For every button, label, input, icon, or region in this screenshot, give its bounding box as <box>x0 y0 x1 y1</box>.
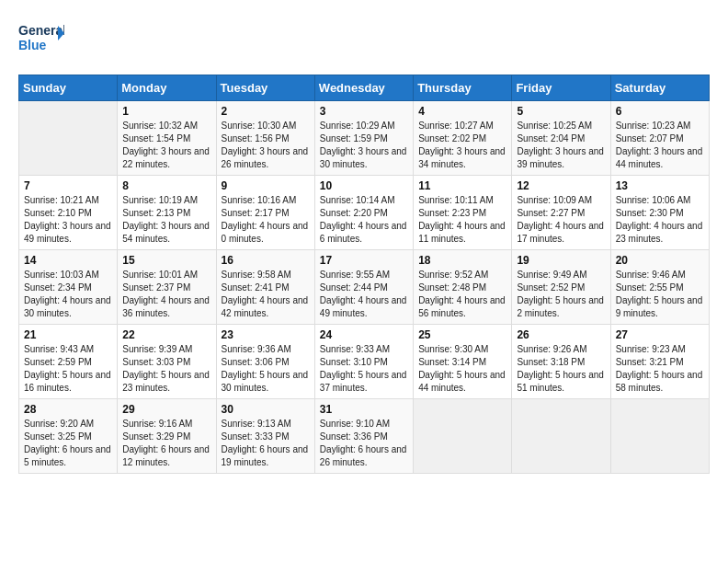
day-info: Sunrise: 9:16 AM Sunset: 3:29 PM Dayligh… <box>122 418 210 469</box>
calendar-cell: 7 Sunrise: 10:21 AM Sunset: 2:10 PM Dayl… <box>19 176 118 250</box>
day-number: 17 <box>320 254 408 267</box>
day-number: 19 <box>517 254 605 267</box>
day-info: Sunrise: 9:52 AM Sunset: 2:48 PM Dayligh… <box>418 269 506 320</box>
calendar-cell: 4 Sunrise: 10:27 AM Sunset: 2:02 PM Dayl… <box>414 101 512 176</box>
day-number: 28 <box>24 403 112 416</box>
calendar-cell: 19 Sunrise: 9:49 AM Sunset: 2:52 PM Dayl… <box>512 250 610 325</box>
weekday-header: Wednesday <box>314 75 413 101</box>
calendar-week-row: 1 Sunrise: 10:32 AM Sunset: 1:54 PM Dayl… <box>19 101 710 176</box>
day-info: Sunrise: 10:23 AM Sunset: 2:07 PM Daylig… <box>616 120 704 171</box>
calendar-cell: 23 Sunrise: 9:36 AM Sunset: 3:06 PM Dayl… <box>216 325 314 399</box>
calendar-cell: 13 Sunrise: 10:06 AM Sunset: 2:30 PM Day… <box>610 176 709 250</box>
calendar-week-row: 7 Sunrise: 10:21 AM Sunset: 2:10 PM Dayl… <box>19 176 710 250</box>
day-number: 21 <box>24 328 112 341</box>
day-info: Sunrise: 10:32 AM Sunset: 1:54 PM Daylig… <box>122 120 210 171</box>
calendar-cell: 25 Sunrise: 9:30 AM Sunset: 3:14 PM Dayl… <box>414 325 512 399</box>
calendar-cell: 12 Sunrise: 10:09 AM Sunset: 2:27 PM Day… <box>512 176 610 250</box>
day-info: Sunrise: 9:13 AM Sunset: 3:33 PM Dayligh… <box>222 418 310 469</box>
weekday-header: Friday <box>512 75 610 101</box>
calendar-cell: 26 Sunrise: 9:26 AM Sunset: 3:18 PM Dayl… <box>512 325 610 399</box>
calendar-cell <box>19 101 118 176</box>
calendar-cell: 1 Sunrise: 10:32 AM Sunset: 1:54 PM Dayl… <box>118 101 216 176</box>
calendar-cell: 14 Sunrise: 10:03 AM Sunset: 2:34 PM Day… <box>19 250 118 325</box>
calendar-cell: 9 Sunrise: 10:16 AM Sunset: 2:17 PM Dayl… <box>216 176 314 250</box>
day-number: 6 <box>616 105 704 118</box>
calendar-cell: 18 Sunrise: 9:52 AM Sunset: 2:48 PM Dayl… <box>414 250 512 325</box>
svg-text:General: General <box>18 23 64 38</box>
weekday-header: Sunday <box>19 75 118 101</box>
day-number: 31 <box>320 403 408 416</box>
calendar-cell: 29 Sunrise: 9:16 AM Sunset: 3:29 PM Dayl… <box>118 399 216 474</box>
day-number: 24 <box>320 328 408 341</box>
calendar-week-row: 14 Sunrise: 10:03 AM Sunset: 2:34 PM Day… <box>19 250 710 325</box>
day-number: 20 <box>616 254 704 267</box>
calendar-cell: 17 Sunrise: 9:55 AM Sunset: 2:44 PM Dayl… <box>314 250 413 325</box>
svg-text:Blue: Blue <box>18 38 47 52</box>
day-info: Sunrise: 9:46 AM Sunset: 2:55 PM Dayligh… <box>616 269 704 320</box>
calendar-cell: 10 Sunrise: 10:14 AM Sunset: 2:20 PM Day… <box>314 176 413 250</box>
calendar-cell <box>512 399 610 474</box>
day-number: 10 <box>320 179 408 192</box>
day-number: 12 <box>517 179 605 192</box>
logo-graphic: General Blue <box>18 18 64 60</box>
logo-svg: General Blue <box>18 18 64 60</box>
calendar-cell: 3 Sunrise: 10:29 AM Sunset: 1:59 PM Dayl… <box>314 101 413 176</box>
day-info: Sunrise: 9:10 AM Sunset: 3:36 PM Dayligh… <box>320 418 408 469</box>
day-number: 2 <box>222 105 310 118</box>
day-info: Sunrise: 9:55 AM Sunset: 2:44 PM Dayligh… <box>320 269 408 320</box>
day-number: 11 <box>418 179 506 192</box>
day-info: Sunrise: 9:33 AM Sunset: 3:10 PM Dayligh… <box>320 343 408 395</box>
calendar-header: SundayMondayTuesdayWednesdayThursdayFrid… <box>19 75 710 101</box>
calendar-cell: 30 Sunrise: 9:13 AM Sunset: 3:33 PM Dayl… <box>216 399 314 474</box>
day-number: 7 <box>24 179 112 192</box>
day-number: 14 <box>24 254 112 267</box>
weekday-header: Tuesday <box>216 75 314 101</box>
day-info: Sunrise: 9:23 AM Sunset: 3:21 PM Dayligh… <box>616 343 704 395</box>
day-number: 5 <box>517 105 605 118</box>
day-info: Sunrise: 10:09 AM Sunset: 2:27 PM Daylig… <box>517 194 605 246</box>
day-number: 29 <box>122 403 210 416</box>
calendar-cell: 6 Sunrise: 10:23 AM Sunset: 2:07 PM Dayl… <box>610 101 709 176</box>
calendar-cell: 11 Sunrise: 10:11 AM Sunset: 2:23 PM Day… <box>414 176 512 250</box>
weekday-row: SundayMondayTuesdayWednesdayThursdayFrid… <box>19 75 710 101</box>
day-info: Sunrise: 9:58 AM Sunset: 2:41 PM Dayligh… <box>222 269 310 320</box>
calendar-table: SundayMondayTuesdayWednesdayThursdayFrid… <box>18 75 710 474</box>
day-number: 3 <box>320 105 408 118</box>
weekday-header: Monday <box>118 75 216 101</box>
weekday-header: Thursday <box>414 75 512 101</box>
calendar-cell <box>610 399 709 474</box>
day-info: Sunrise: 9:26 AM Sunset: 3:18 PM Dayligh… <box>517 343 605 395</box>
day-info: Sunrise: 9:30 AM Sunset: 3:14 PM Dayligh… <box>418 343 506 395</box>
day-info: Sunrise: 10:27 AM Sunset: 2:02 PM Daylig… <box>418 120 506 171</box>
day-number: 1 <box>122 105 210 118</box>
day-number: 8 <box>122 179 210 192</box>
day-info: Sunrise: 9:39 AM Sunset: 3:03 PM Dayligh… <box>122 343 210 395</box>
day-info: Sunrise: 9:36 AM Sunset: 3:06 PM Dayligh… <box>222 343 310 395</box>
calendar-cell: 15 Sunrise: 10:01 AM Sunset: 2:37 PM Day… <box>118 250 216 325</box>
calendar-body: 1 Sunrise: 10:32 AM Sunset: 1:54 PM Dayl… <box>19 101 710 474</box>
calendar-cell: 27 Sunrise: 9:23 AM Sunset: 3:21 PM Dayl… <box>610 325 709 399</box>
weekday-header: Saturday <box>610 75 709 101</box>
day-info: Sunrise: 10:03 AM Sunset: 2:34 PM Daylig… <box>24 269 112 320</box>
day-number: 23 <box>222 328 310 341</box>
day-info: Sunrise: 10:29 AM Sunset: 1:59 PM Daylig… <box>320 120 408 171</box>
day-number: 27 <box>616 328 704 341</box>
calendar-cell: 5 Sunrise: 10:25 AM Sunset: 2:04 PM Dayl… <box>512 101 610 176</box>
day-number: 30 <box>222 403 310 416</box>
day-number: 18 <box>418 254 506 267</box>
day-info: Sunrise: 10:19 AM Sunset: 2:13 PM Daylig… <box>122 194 210 246</box>
calendar-week-row: 21 Sunrise: 9:43 AM Sunset: 2:59 PM Dayl… <box>19 325 710 399</box>
day-info: Sunrise: 9:43 AM Sunset: 2:59 PM Dayligh… <box>24 343 112 395</box>
calendar-cell: 8 Sunrise: 10:19 AM Sunset: 2:13 PM Dayl… <box>118 176 216 250</box>
calendar-cell: 24 Sunrise: 9:33 AM Sunset: 3:10 PM Dayl… <box>314 325 413 399</box>
calendar-week-row: 28 Sunrise: 9:20 AM Sunset: 3:25 PM Dayl… <box>19 399 710 474</box>
day-info: Sunrise: 9:20 AM Sunset: 3:25 PM Dayligh… <box>24 418 112 469</box>
logo: General Blue <box>18 18 64 60</box>
day-number: 9 <box>222 179 310 192</box>
day-info: Sunrise: 10:01 AM Sunset: 2:37 PM Daylig… <box>122 269 210 320</box>
calendar-cell: 28 Sunrise: 9:20 AM Sunset: 3:25 PM Dayl… <box>19 399 118 474</box>
calendar-cell: 20 Sunrise: 9:46 AM Sunset: 2:55 PM Dayl… <box>610 250 709 325</box>
calendar-cell: 22 Sunrise: 9:39 AM Sunset: 3:03 PM Dayl… <box>118 325 216 399</box>
calendar-cell: 21 Sunrise: 9:43 AM Sunset: 2:59 PM Dayl… <box>19 325 118 399</box>
day-number: 25 <box>418 328 506 341</box>
